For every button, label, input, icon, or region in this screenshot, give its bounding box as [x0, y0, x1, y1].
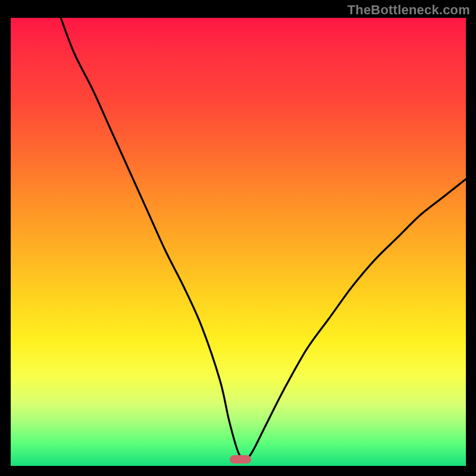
plot-area [11, 18, 466, 466]
optimal-point-marker [230, 455, 251, 464]
bottleneck-curve [11, 18, 466, 466]
watermark-text: TheBottleneck.com [347, 2, 470, 18]
chart-frame: TheBottleneck.com [0, 0, 476, 476]
